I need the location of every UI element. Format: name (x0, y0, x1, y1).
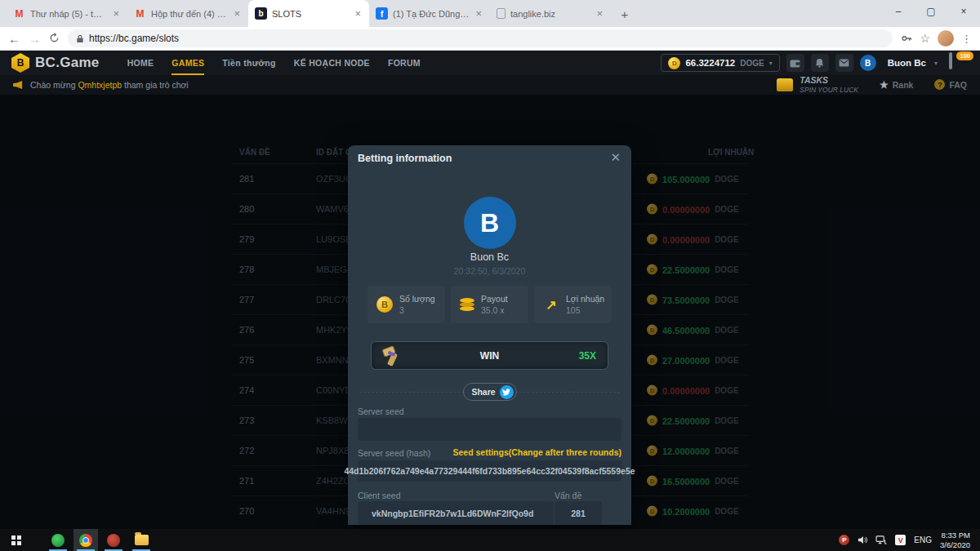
client-seed-label: Client seed (358, 491, 401, 500)
stat-label: Lợi nhuận (566, 294, 604, 304)
wallet-button[interactable] (786, 54, 804, 72)
taskbar-app[interactable] (46, 529, 70, 551)
share-button[interactable]: Share (462, 383, 516, 401)
clock-date: 3/6/2020 (940, 540, 970, 549)
browser-tab[interactable]: tanglike.biz × (490, 0, 611, 27)
chat-button[interactable]: 100 (949, 54, 969, 72)
browser-tabstrip: Thư nháp (5) - thoai14071997@g × Hộp thư… (0, 0, 980, 27)
taskbar-app[interactable] (101, 529, 126, 551)
bcgame-logo[interactable]: B BC.Game (11, 53, 100, 73)
tab-favicon (255, 7, 267, 20)
treasure-chest-icon (777, 78, 793, 91)
nav-item[interactable]: Tiền thưởng (222, 51, 275, 75)
language-indicator[interactable]: ENG (914, 535, 932, 544)
nav-item[interactable]: HOME (127, 51, 154, 75)
client-seed-input[interactable]: vkNngbp1EfiFR2b7w1Ld6DWnF2lfQo9d (358, 501, 554, 525)
notifications-bell-button[interactable] (811, 54, 829, 72)
balance-currency: DOGE (740, 59, 764, 68)
url-text: https://bc.game/slots (89, 33, 179, 44)
close-icon[interactable]: ✕ (610, 150, 621, 165)
server-seed-hash-value[interactable]: 44d1b206f762a749e4a77329444f6fd733b895e6… (358, 460, 621, 482)
network-icon[interactable] (875, 535, 887, 544)
announced-username: Qmhtxjetpb (78, 80, 122, 90)
minimize-button[interactable]: – (882, 0, 915, 23)
rank-link[interactable]: ★ Rank (880, 79, 913, 91)
forward-icon[interactable]: → (29, 33, 41, 45)
question-mark-icon: ? (934, 79, 945, 90)
chat-bubble-icon (949, 52, 952, 69)
modal-title: Betting information (358, 153, 452, 164)
user-name[interactable]: Buon Bc (888, 58, 926, 68)
mail-button[interactable] (835, 54, 853, 72)
tasks-widget[interactable]: TASKS SPIN YOUR LUCK (777, 76, 858, 94)
back-icon[interactable]: ← (8, 33, 20, 45)
taskbar-app[interactable] (74, 529, 98, 551)
stat-box: Số lượng 3 (368, 286, 445, 323)
stat-icon (543, 297, 559, 313)
seed-settings-link[interactable]: Seed settings(Change after three rounds) (452, 447, 621, 457)
app-icon (79, 534, 92, 547)
bet-datetime: 20:32:50, 6/3/2020 (348, 266, 631, 276)
browser-tab[interactable]: (1) Tạ Đức Dũng - Bông Thanh N × (369, 0, 490, 27)
star-icon: ★ (880, 79, 889, 91)
tab-close-icon[interactable]: × (111, 7, 121, 20)
announcement-text: Chào mừng Qmhtxjetpb tham gia trò chơi (30, 80, 189, 90)
screen: Thư nháp (5) - thoai14071997@g × Hộp thư… (0, 0, 980, 551)
betting-information-modal: Betting information ✕ B Buon Bc 20:32:50… (348, 145, 631, 525)
tasks-subtitle: SPIN YOUR LUCK (800, 86, 858, 94)
window-controls: – ▢ × (882, 0, 980, 23)
close-window-button[interactable]: × (947, 0, 980, 23)
taskbar-app[interactable] (129, 529, 154, 551)
tab-favicon (376, 7, 388, 20)
nav-item[interactable]: KẾ HOẠCH NODE (294, 51, 370, 75)
chat-unread-badge: 100 (956, 51, 973, 60)
user-avatar[interactable]: B (860, 55, 876, 71)
tab-title: Hộp thư đến (4) - bcgamebouns (151, 9, 227, 19)
chrome-menu-icon[interactable]: ⋮ (961, 33, 972, 45)
volume-icon[interactable] (858, 535, 867, 544)
app-icon (51, 534, 65, 547)
password-key-icon[interactable] (901, 33, 912, 44)
chevron-down-icon: ▾ (769, 60, 773, 67)
lock-icon (76, 34, 84, 43)
brand-name: BC.Game (35, 55, 100, 71)
maximize-button[interactable]: ▢ (915, 0, 947, 23)
tab-close-icon[interactable]: × (232, 7, 242, 20)
vietkey-tray-icon[interactable]: V (895, 535, 906, 545)
bcgame-page: B BC.Game HOME GAMES Tiền t (0, 51, 980, 529)
system-clock[interactable]: 8:33 PM 3/6/2020 (940, 531, 973, 550)
chevron-down-icon: ▾ (934, 60, 938, 67)
megaphone-icon (13, 80, 24, 90)
windows-taskbar: P V ENG 8:33 PM 3/6/2020 (0, 529, 980, 551)
windows-logo-icon (11, 535, 21, 545)
server-seed-input[interactable] (358, 418, 621, 441)
browser-tab[interactable]: SLOTS × (248, 0, 369, 27)
tab-favicon (497, 8, 506, 19)
tab-close-icon[interactable]: × (474, 7, 483, 20)
nav-item[interactable]: FORUM (388, 51, 421, 75)
psiphon-tray-icon[interactable]: P (839, 535, 849, 545)
twitter-icon[interactable] (500, 385, 514, 399)
browser-tab[interactable]: Thư nháp (5) - thoai14071997@g × (7, 0, 127, 27)
bookmark-star-icon[interactable]: ☆ (920, 32, 930, 45)
nav-item-label: FORUM (388, 58, 421, 68)
balance-selector[interactable]: D 66.3224712 DOGE ▾ (661, 54, 779, 72)
stat-label: Số lượng (399, 294, 435, 304)
address-bar[interactable]: https://bc.game/slots (68, 29, 893, 47)
announcement-bar: Chào mừng Qmhtxjetpb tham gia trò chơi T… (0, 75, 980, 95)
reload-icon[interactable] (49, 33, 60, 45)
nav-item-label: GAMES (172, 58, 204, 68)
server-seed-hash-label: Server seed (hash) (358, 448, 430, 458)
faq-link[interactable]: ? FAQ (934, 79, 967, 90)
chrome-profile-avatar[interactable] (938, 30, 954, 47)
browser-tab[interactable]: Hộp thư đến (4) - bcgamebouns × (127, 0, 248, 27)
nav-item[interactable]: GAMES (172, 51, 204, 75)
start-button[interactable] (0, 529, 33, 551)
nav-item-label: Tiền thưởng (222, 58, 275, 68)
issue-input[interactable]: 281 (555, 501, 602, 525)
tab-title: tanglike.biz (510, 9, 590, 19)
tab-close-icon[interactable]: × (353, 7, 363, 20)
new-tab-button[interactable]: + (614, 3, 635, 24)
tab-close-icon[interactable]: × (595, 7, 604, 20)
stat-value: 105 (566, 305, 604, 315)
